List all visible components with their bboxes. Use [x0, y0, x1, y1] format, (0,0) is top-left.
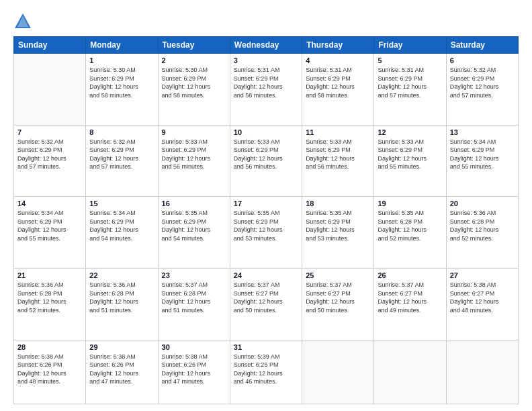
- calendar-cell: 30Sunrise: 5:38 AM Sunset: 6:26 PM Dayli…: [158, 340, 230, 404]
- day-info: Sunrise: 5:32 AM Sunset: 6:29 PM Dayligh…: [450, 66, 515, 99]
- day-info: Sunrise: 5:35 AM Sunset: 6:29 PM Dayligh…: [162, 209, 226, 242]
- page: SundayMondayTuesdayWednesdayThursdayFrid…: [0, 0, 532, 411]
- calendar-day-header: Saturday: [446, 37, 518, 54]
- day-number: 24: [234, 271, 298, 279]
- day-number: 3: [234, 56, 298, 64]
- day-number: 13: [450, 128, 515, 136]
- calendar-cell: 23Sunrise: 5:37 AM Sunset: 6:28 PM Dayli…: [158, 268, 230, 340]
- header: [13, 12, 519, 31]
- calendar-week-row: 28Sunrise: 5:38 AM Sunset: 6:26 PM Dayli…: [14, 340, 519, 404]
- day-info: Sunrise: 5:34 AM Sunset: 6:29 PM Dayligh…: [17, 209, 82, 242]
- calendar-cell: 22Sunrise: 5:36 AM Sunset: 6:28 PM Dayli…: [86, 268, 158, 340]
- day-number: 20: [450, 199, 515, 208]
- calendar-cell: 21Sunrise: 5:36 AM Sunset: 6:28 PM Dayli…: [14, 268, 86, 340]
- calendar-day-header: Wednesday: [230, 37, 302, 54]
- calendar-cell: [302, 340, 374, 404]
- calendar-cell: 2Sunrise: 5:30 AM Sunset: 6:29 PM Daylig…: [158, 54, 230, 126]
- calendar-cell: 3Sunrise: 5:31 AM Sunset: 6:29 PM Daylig…: [230, 54, 302, 126]
- day-info: Sunrise: 5:32 AM Sunset: 6:29 PM Dayligh…: [89, 138, 154, 171]
- day-number: 9: [162, 128, 226, 136]
- calendar-cell: 9Sunrise: 5:33 AM Sunset: 6:29 PM Daylig…: [158, 125, 230, 197]
- day-number: 18: [306, 199, 370, 208]
- day-number: 27: [450, 271, 515, 279]
- calendar-cell: 7Sunrise: 5:32 AM Sunset: 6:29 PM Daylig…: [14, 125, 86, 197]
- calendar-cell: 28Sunrise: 5:38 AM Sunset: 6:26 PM Dayli…: [14, 340, 86, 404]
- day-info: Sunrise: 5:33 AM Sunset: 6:29 PM Dayligh…: [162, 138, 226, 171]
- calendar-cell: 6Sunrise: 5:32 AM Sunset: 6:29 PM Daylig…: [446, 54, 518, 126]
- day-number: 5: [378, 56, 442, 64]
- day-number: 31: [234, 343, 298, 351]
- day-info: Sunrise: 5:33 AM Sunset: 6:29 PM Dayligh…: [378, 138, 442, 171]
- day-info: Sunrise: 5:32 AM Sunset: 6:29 PM Dayligh…: [17, 138, 82, 171]
- calendar-cell: [446, 340, 518, 404]
- calendar-cell: 25Sunrise: 5:37 AM Sunset: 6:27 PM Dayli…: [302, 268, 374, 340]
- day-number: 6: [450, 56, 515, 64]
- calendar-cell: 13Sunrise: 5:34 AM Sunset: 6:29 PM Dayli…: [446, 125, 518, 197]
- day-number: 11: [306, 128, 370, 136]
- day-info: Sunrise: 5:36 AM Sunset: 6:28 PM Dayligh…: [89, 281, 154, 314]
- day-info: Sunrise: 5:31 AM Sunset: 6:29 PM Dayligh…: [306, 66, 370, 99]
- day-info: Sunrise: 5:35 AM Sunset: 6:29 PM Dayligh…: [306, 209, 370, 242]
- day-number: 28: [17, 343, 82, 351]
- calendar-cell: 11Sunrise: 5:33 AM Sunset: 6:29 PM Dayli…: [302, 125, 374, 197]
- calendar-cell: 10Sunrise: 5:33 AM Sunset: 6:29 PM Dayli…: [230, 125, 302, 197]
- day-number: 22: [89, 271, 154, 279]
- calendar-cell: 24Sunrise: 5:37 AM Sunset: 6:27 PM Dayli…: [230, 268, 302, 340]
- day-info: Sunrise: 5:33 AM Sunset: 6:29 PM Dayligh…: [234, 138, 298, 171]
- day-info: Sunrise: 5:33 AM Sunset: 6:29 PM Dayligh…: [306, 138, 370, 171]
- day-info: Sunrise: 5:37 AM Sunset: 6:27 PM Dayligh…: [306, 281, 370, 314]
- calendar-week-row: 14Sunrise: 5:34 AM Sunset: 6:29 PM Dayli…: [14, 197, 519, 269]
- day-number: 7: [17, 128, 82, 136]
- day-number: 10: [234, 128, 298, 136]
- calendar-week-row: 7Sunrise: 5:32 AM Sunset: 6:29 PM Daylig…: [14, 125, 519, 197]
- calendar-cell: 4Sunrise: 5:31 AM Sunset: 6:29 PM Daylig…: [302, 54, 374, 126]
- day-number: 23: [162, 271, 226, 279]
- calendar-header-row: SundayMondayTuesdayWednesdayThursdayFrid…: [14, 37, 519, 54]
- calendar-week-row: 21Sunrise: 5:36 AM Sunset: 6:28 PM Dayli…: [14, 268, 519, 340]
- calendar-cell: 26Sunrise: 5:37 AM Sunset: 6:27 PM Dayli…: [374, 268, 446, 340]
- day-number: 15: [89, 199, 154, 208]
- calendar-cell: 14Sunrise: 5:34 AM Sunset: 6:29 PM Dayli…: [14, 197, 86, 269]
- calendar-day-header: Monday: [86, 37, 158, 54]
- day-info: Sunrise: 5:38 AM Sunset: 6:26 PM Dayligh…: [17, 353, 82, 386]
- day-info: Sunrise: 5:31 AM Sunset: 6:29 PM Dayligh…: [234, 66, 298, 99]
- day-info: Sunrise: 5:38 AM Sunset: 6:26 PM Dayligh…: [162, 353, 226, 386]
- day-info: Sunrise: 5:37 AM Sunset: 6:27 PM Dayligh…: [234, 281, 298, 314]
- calendar-cell: 27Sunrise: 5:38 AM Sunset: 6:27 PM Dayli…: [446, 268, 518, 340]
- day-number: 25: [306, 271, 370, 279]
- calendar-cell: [14, 54, 86, 126]
- day-number: 2: [162, 56, 226, 64]
- day-number: 1: [89, 56, 154, 64]
- day-info: Sunrise: 5:38 AM Sunset: 6:27 PM Dayligh…: [450, 281, 515, 314]
- day-number: 17: [234, 199, 298, 208]
- calendar-cell: 8Sunrise: 5:32 AM Sunset: 6:29 PM Daylig…: [86, 125, 158, 197]
- day-info: Sunrise: 5:34 AM Sunset: 6:29 PM Dayligh…: [450, 138, 515, 171]
- day-number: 19: [378, 199, 442, 208]
- day-number: 16: [162, 199, 226, 208]
- day-info: Sunrise: 5:37 AM Sunset: 6:27 PM Dayligh…: [378, 281, 442, 314]
- calendar-cell: [374, 340, 446, 404]
- day-info: Sunrise: 5:37 AM Sunset: 6:28 PM Dayligh…: [162, 281, 226, 314]
- day-number: 14: [17, 199, 82, 208]
- calendar-cell: 12Sunrise: 5:33 AM Sunset: 6:29 PM Dayli…: [374, 125, 446, 197]
- calendar-day-header: Thursday: [302, 37, 374, 54]
- calendar-cell: 5Sunrise: 5:31 AM Sunset: 6:29 PM Daylig…: [374, 54, 446, 126]
- day-info: Sunrise: 5:36 AM Sunset: 6:28 PM Dayligh…: [17, 281, 82, 314]
- day-number: 30: [162, 343, 226, 351]
- calendar-cell: 31Sunrise: 5:39 AM Sunset: 6:25 PM Dayli…: [230, 340, 302, 404]
- logo-icon: [13, 12, 32, 31]
- logo: [13, 12, 35, 31]
- calendar-day-header: Friday: [374, 37, 446, 54]
- calendar-cell: 16Sunrise: 5:35 AM Sunset: 6:29 PM Dayli…: [158, 197, 230, 269]
- calendar-cell: 20Sunrise: 5:36 AM Sunset: 6:28 PM Dayli…: [446, 197, 518, 269]
- calendar-cell: 15Sunrise: 5:34 AM Sunset: 6:29 PM Dayli…: [86, 197, 158, 269]
- day-info: Sunrise: 5:30 AM Sunset: 6:29 PM Dayligh…: [89, 66, 154, 99]
- calendar-week-row: 1Sunrise: 5:30 AM Sunset: 6:29 PM Daylig…: [14, 54, 519, 126]
- day-info: Sunrise: 5:31 AM Sunset: 6:29 PM Dayligh…: [378, 66, 442, 99]
- calendar-cell: 1Sunrise: 5:30 AM Sunset: 6:29 PM Daylig…: [86, 54, 158, 126]
- day-number: 4: [306, 56, 370, 64]
- day-number: 21: [17, 271, 82, 279]
- day-info: Sunrise: 5:34 AM Sunset: 6:29 PM Dayligh…: [89, 209, 154, 242]
- calendar-day-header: Sunday: [14, 37, 86, 54]
- day-info: Sunrise: 5:39 AM Sunset: 6:25 PM Dayligh…: [234, 353, 298, 386]
